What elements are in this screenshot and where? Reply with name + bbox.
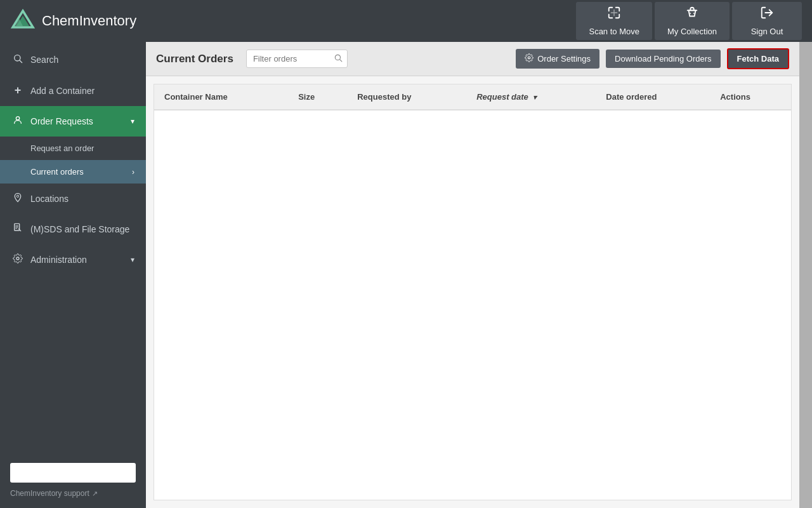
col-container-name: Container Name	[154, 84, 288, 110]
sidebar-sub-request-order[interactable]: Request an order	[0, 137, 146, 160]
order-settings-icon	[525, 53, 534, 64]
table-container: Container Name Size Requested by Request…	[154, 84, 792, 500]
sidebar: Search + Add a Container Order Requests …	[0, 42, 146, 508]
table-header: Container Name Size Requested by Request…	[154, 84, 791, 110]
sidebar-item-administration[interactable]: Administration ▾	[0, 244, 146, 275]
scan-icon	[607, 6, 621, 23]
sidebar-bottom: ChemInventory support ↗	[0, 453, 146, 508]
top-nav: ChemInventory Scan to Move	[0, 0, 812, 42]
fetch-data-label: Fetch Data	[737, 54, 779, 64]
download-pending-button[interactable]: Download Pending Orders	[606, 50, 720, 68]
order-requests-icon	[11, 115, 24, 128]
table-body	[154, 110, 791, 491]
app-name: ChemInventory	[42, 13, 136, 29]
sidebar-item-order-requests[interactable]: Order Requests ▾	[0, 106, 146, 137]
collection-icon	[685, 6, 699, 23]
locations-icon	[11, 192, 24, 205]
sidebar-item-msds[interactable]: (M)SDS and File Storage	[0, 214, 146, 244]
right-panel	[799, 42, 812, 508]
sign-out-button[interactable]: Sign Out	[732, 2, 802, 40]
msds-icon	[11, 223, 24, 236]
order-settings-button[interactable]: Order Settings	[516, 49, 599, 69]
sidebar-locations-label: Locations	[30, 194, 69, 204]
current-orders-arrow: ›	[132, 168, 134, 177]
add-icon: +	[11, 84, 24, 97]
sign-out-label: Sign Out	[751, 27, 783, 36]
logo-icon	[10, 8, 36, 34]
download-pending-label: Download Pending Orders	[615, 54, 711, 64]
svg-point-8	[16, 117, 19, 120]
support-link-label: ChemInventory support	[10, 489, 89, 498]
fetch-data-button[interactable]: Fetch Data	[727, 48, 789, 69]
sidebar-administration-label: Administration	[30, 255, 87, 265]
svg-point-14	[16, 257, 19, 260]
svg-point-4	[693, 13, 695, 14]
my-collection-button[interactable]: My Collection	[655, 2, 730, 40]
svg-point-9	[16, 195, 18, 197]
logo-area: ChemInventory	[10, 8, 576, 34]
filter-input-wrap	[246, 50, 348, 68]
col-size: Size	[288, 84, 347, 110]
sidebar-add-container-label: Add a Container	[30, 86, 95, 96]
filter-search-icon	[334, 53, 343, 64]
external-link-icon: ↗	[92, 490, 98, 498]
order-requests-chevron: ▾	[131, 117, 134, 126]
col-request-date[interactable]: Request date ▾	[466, 84, 596, 110]
main-layout: Search + Add a Container Order Requests …	[0, 42, 812, 508]
svg-line-7	[20, 60, 22, 63]
scan-to-move-label: Scan to Move	[589, 27, 639, 36]
sidebar-item-search[interactable]: Search	[0, 44, 146, 75]
orders-table: Container Name Size Requested by Request…	[154, 84, 791, 491]
svg-point-3	[690, 13, 691, 14]
col-actions: Actions	[710, 84, 791, 110]
sidebar-sub-current-orders[interactable]: Current orders ›	[0, 160, 146, 184]
content-header: Current Orders Order Settings Download P…	[146, 42, 799, 76]
col-requested-by: Requested by	[347, 84, 466, 110]
col-date-ordered: Date ordered	[596, 84, 710, 110]
sort-desc-icon: ▾	[533, 93, 537, 101]
filter-orders-input[interactable]	[246, 50, 348, 68]
svg-line-16	[340, 60, 342, 62]
current-orders-label: Current orders	[30, 167, 84, 177]
sidebar-search-label: Search	[30, 55, 58, 65]
sidebar-search-input[interactable]	[10, 463, 136, 483]
svg-point-17	[528, 57, 530, 59]
content-area: Current Orders Order Settings Download P…	[146, 42, 799, 508]
request-order-label: Request an order	[30, 144, 94, 153]
administration-chevron: ▾	[131, 255, 134, 264]
order-settings-label: Order Settings	[537, 54, 591, 64]
sidebar-msds-label: (M)SDS and File Storage	[30, 224, 129, 234]
support-link[interactable]: ChemInventory support ↗	[10, 489, 136, 498]
empty-row	[154, 110, 791, 491]
search-icon	[11, 53, 24, 66]
sidebar-order-requests-label: Order Requests	[30, 116, 93, 126]
sidebar-item-locations[interactable]: Locations	[0, 184, 146, 214]
my-collection-label: My Collection	[667, 27, 717, 36]
page-title: Current Orders	[156, 53, 233, 65]
signout-icon	[760, 6, 774, 23]
scan-to-move-button[interactable]: Scan to Move	[576, 2, 652, 40]
administration-icon	[11, 253, 24, 266]
nav-buttons: Scan to Move My Collection	[576, 2, 802, 40]
sidebar-item-add-container[interactable]: + Add a Container	[0, 75, 146, 106]
